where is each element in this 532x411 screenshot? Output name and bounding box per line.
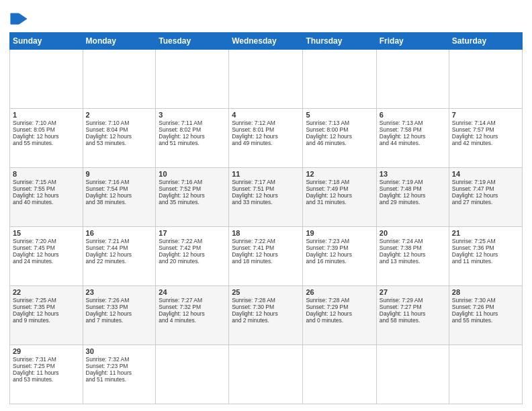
calendar-cell [156,50,229,109]
day-number: 29 [13,347,80,355]
day-number: 27 [380,288,446,296]
day-number: 18 [232,229,300,237]
calendar-cell: 14Sunrise: 7:19 AMSunset: 7:47 PMDayligh… [449,168,522,227]
calendar-cell [156,345,229,404]
header [9,7,523,28]
day-number: 3 [159,111,226,119]
day-number: 21 [452,229,519,237]
calendar-cell: 20Sunrise: 7:24 AMSunset: 7:38 PMDayligh… [376,227,449,286]
day-number: 4 [232,111,300,119]
calendar-cell: 19Sunrise: 7:23 AMSunset: 7:39 PMDayligh… [303,227,376,286]
calendar-cell: 4Sunrise: 7:12 AMSunset: 8:01 PMDaylight… [229,109,303,168]
week-row-4: 22Sunrise: 7:25 AMSunset: 7:35 PMDayligh… [10,286,523,345]
calendar-cell: 23Sunrise: 7:26 AMSunset: 7:33 PMDayligh… [83,286,156,345]
calendar-cell: 5Sunrise: 7:13 AMSunset: 8:00 PMDaylight… [303,109,376,168]
calendar-cell: 13Sunrise: 7:19 AMSunset: 7:48 PMDayligh… [376,168,449,227]
calendar-cell: 29Sunrise: 7:31 AMSunset: 7:25 PMDayligh… [10,345,83,404]
calendar-cell: 28Sunrise: 7:30 AMSunset: 7:26 PMDayligh… [449,286,522,345]
col-friday: Friday [376,33,449,50]
calendar-cell: 11Sunrise: 7:17 AMSunset: 7:51 PMDayligh… [229,168,303,227]
day-number: 14 [452,170,519,178]
week-row-2: 8Sunrise: 7:15 AMSunset: 7:55 PMDaylight… [10,168,523,227]
calendar-cell: 17Sunrise: 7:22 AMSunset: 7:42 PMDayligh… [156,227,229,286]
day-number: 1 [13,111,80,119]
calendar-cell: 6Sunrise: 7:13 AMSunset: 7:58 PMDaylight… [376,109,449,168]
day-number: 16 [86,229,153,237]
calendar-cell: 1Sunrise: 7:10 AMSunset: 8:05 PMDaylight… [10,109,83,168]
day-number: 22 [13,288,80,296]
day-number: 8 [13,170,80,178]
calendar-cell [229,50,303,109]
calendar-cell [83,50,156,109]
day-number: 5 [306,111,373,119]
calendar-cell: 7Sunrise: 7:14 AMSunset: 7:57 PMDaylight… [449,109,522,168]
calendar-cell [449,345,522,404]
day-number: 10 [159,170,226,178]
calendar-cell: 16Sunrise: 7:21 AMSunset: 7:44 PMDayligh… [83,227,156,286]
day-number: 28 [452,288,519,296]
calendar-cell: 2Sunrise: 7:10 AMSunset: 8:04 PMDaylight… [83,109,156,168]
week-row-5: 29Sunrise: 7:31 AMSunset: 7:25 PMDayligh… [10,345,523,404]
col-wednesday: Wednesday [229,33,303,50]
calendar-cell [376,50,449,109]
logo-icon [9,9,28,28]
day-number: 17 [159,229,226,237]
calendar-cell [303,50,376,109]
calendar-cell: 25Sunrise: 7:28 AMSunset: 7:30 PMDayligh… [229,286,303,345]
calendar-cell: 26Sunrise: 7:28 AMSunset: 7:29 PMDayligh… [303,286,376,345]
day-number: 13 [380,170,446,178]
calendar-cell: 30Sunrise: 7:32 AMSunset: 7:23 PMDayligh… [83,345,156,404]
calendar-cell [10,50,83,109]
calendar-cell: 21Sunrise: 7:25 AMSunset: 7:36 PMDayligh… [449,227,522,286]
calendar-cell: 18Sunrise: 7:22 AMSunset: 7:41 PMDayligh… [229,227,303,286]
day-number: 20 [380,229,446,237]
day-number: 6 [380,111,446,119]
week-row-0 [10,50,523,109]
calendar-cell [376,345,449,404]
calendar-cell: 10Sunrise: 7:16 AMSunset: 7:52 PMDayligh… [156,168,229,227]
main-container: Sunday Monday Tuesday Wednesday Thursday… [0,0,532,411]
calendar-cell: 24Sunrise: 7:27 AMSunset: 7:32 PMDayligh… [156,286,229,345]
day-number: 25 [232,288,300,296]
col-sunday: Sunday [10,33,83,50]
col-tuesday: Tuesday [156,33,229,50]
svg-rect-1 [10,13,19,25]
day-number: 30 [86,347,153,355]
calendar-cell: 9Sunrise: 7:16 AMSunset: 7:54 PMDaylight… [83,168,156,227]
day-number: 19 [306,229,373,237]
col-thursday: Thursday [303,33,376,50]
day-number: 9 [86,170,153,178]
day-number: 7 [452,111,519,119]
day-number: 11 [232,170,300,178]
col-saturday: Saturday [449,33,522,50]
calendar-cell: 8Sunrise: 7:15 AMSunset: 7:55 PMDaylight… [10,168,83,227]
calendar-cell [229,345,303,404]
calendar-cell: 12Sunrise: 7:18 AMSunset: 7:49 PMDayligh… [303,168,376,227]
calendar-cell: 3Sunrise: 7:11 AMSunset: 8:02 PMDaylight… [156,109,229,168]
calendar-cell: 15Sunrise: 7:20 AMSunset: 7:45 PMDayligh… [10,227,83,286]
header-row: Sunday Monday Tuesday Wednesday Thursday… [10,33,523,50]
calendar-cell [303,345,376,404]
calendar-table: Sunday Monday Tuesday Wednesday Thursday… [9,32,523,404]
calendar-cell: 22Sunrise: 7:25 AMSunset: 7:35 PMDayligh… [10,286,83,345]
day-number: 12 [306,170,373,178]
logo [9,9,31,28]
week-row-3: 15Sunrise: 7:20 AMSunset: 7:45 PMDayligh… [10,227,523,286]
col-monday: Monday [83,33,156,50]
calendar-cell: 27Sunrise: 7:29 AMSunset: 7:27 PMDayligh… [376,286,449,345]
day-number: 24 [159,288,226,296]
day-number: 15 [13,229,80,237]
week-row-1: 1Sunrise: 7:10 AMSunset: 8:05 PMDaylight… [10,109,523,168]
calendar-cell [449,50,522,109]
day-number: 2 [86,111,153,119]
day-number: 23 [86,288,153,296]
day-number: 26 [306,288,373,296]
